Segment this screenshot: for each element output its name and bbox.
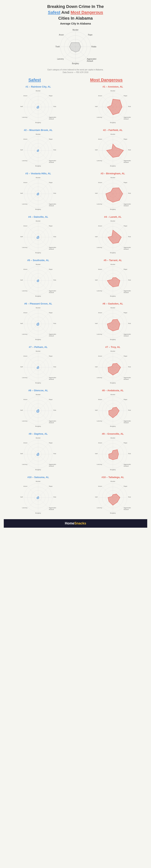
svg-text:Murder: Murder <box>36 177 41 179</box>
radar-safest-8: MurderRapeRobberyAggravatedAssaultBurgla… <box>4 393 73 429</box>
svg-text:Robbery: Robbery <box>128 106 131 107</box>
svg-text:Assault: Assault <box>49 422 54 424</box>
data-note-1: Each category of crime indexed to the wo… <box>48 69 103 71</box>
svg-line-207 <box>28 281 38 290</box>
svg-text:Burglary: Burglary <box>110 382 116 384</box>
svg-text:Aggravated: Aggravated <box>124 464 131 465</box>
svg-text:Aggravated: Aggravated <box>49 420 56 422</box>
radar-dangerous-1: MurderRapeRobberyAggravatedAssaultBurgla… <box>78 89 147 125</box>
svg-marker-452 <box>108 494 120 505</box>
svg-text:Aggravated: Aggravated <box>49 290 56 292</box>
radar-dangerous-5: MurderRapeRobberyAggravatedAssaultBurgla… <box>78 262 147 299</box>
svg-line-75 <box>28 150 38 160</box>
pair-row-4: #4 – Daleville, AL MurderRapeRobberyAggr… <box>4 215 147 255</box>
svg-text:Car Theft: Car Theft <box>20 496 23 498</box>
svg-text:Larceny: Larceny <box>97 290 102 292</box>
svg-line-341 <box>28 401 38 411</box>
svg-text:Murder: Murder <box>36 90 41 92</box>
svg-text:Assault: Assault <box>49 248 54 250</box>
svg-text:Arson: Arson <box>98 95 102 97</box>
svg-marker-144 <box>106 188 123 203</box>
svg-text:Car Theft: Car Theft <box>95 322 98 324</box>
svg-text:Arson: Arson <box>23 442 27 444</box>
svg-text:Rape: Rape <box>124 355 127 357</box>
pair-row-6: #6 – Pleasant Grove, AL MurderRapeRobber… <box>4 302 147 342</box>
svg-line-427 <box>28 497 38 507</box>
svg-text:Larceny: Larceny <box>97 247 102 248</box>
city-title-dangerous-4: #4 – Lanett, AL <box>78 215 147 218</box>
svg-text:Burglary: Burglary <box>110 426 116 427</box>
svg-text:Rape: Rape <box>49 442 53 444</box>
svg-text:Assault: Assault <box>124 292 129 293</box>
svg-text:Burglary: Burglary <box>110 165 116 167</box>
svg-text:Assault: Assault <box>124 508 129 510</box>
svg-marker-430 <box>37 496 39 499</box>
svg-text:Burglary: Burglary <box>72 62 79 64</box>
svg-text:Robbery: Robbery <box>53 366 56 368</box>
svg-text:Murder: Murder <box>36 133 41 135</box>
city-card-safest-2: #2 – Mountain Brook, AL MurderRapeRobber… <box>4 129 73 168</box>
svg-text:Arson: Arson <box>59 34 64 36</box>
svg-text:Car Theft: Car Theft <box>95 496 98 498</box>
svg-line-379 <box>38 444 48 454</box>
city-title-dangerous-3: #3 – Birmingham, AL <box>78 172 147 175</box>
svg-text:Rape: Rape <box>49 95 53 97</box>
svg-marker-364 <box>109 407 119 418</box>
svg-text:Arson: Arson <box>98 399 102 400</box>
svg-text:Rape: Rape <box>88 34 92 36</box>
svg-text:Robbery: Robbery <box>128 192 131 194</box>
svg-text:Arson: Arson <box>23 269 27 270</box>
svg-text:Murder: Murder <box>36 437 41 439</box>
pair-row-3: #3 – Vestavia Hills, AL MurderRapeRobber… <box>4 172 147 212</box>
svg-text:Larceny: Larceny <box>97 160 102 161</box>
svg-text:Larceny: Larceny <box>57 58 64 60</box>
svg-text:Larceny: Larceny <box>97 464 102 465</box>
svg-text:Rape: Rape <box>124 225 127 227</box>
city-card-safest-7: #7 – Pelham, AL MurderRapeRobberyAggrava… <box>4 346 73 385</box>
svg-text:Burglary: Burglary <box>35 469 41 470</box>
svg-line-117 <box>38 194 48 204</box>
svg-marker-408 <box>109 450 119 460</box>
svg-text:Aggravated: Aggravated <box>49 507 56 508</box>
svg-text:Murder: Murder <box>111 480 115 482</box>
svg-marker-166 <box>37 236 39 239</box>
svg-text:Assault: Assault <box>124 205 129 207</box>
svg-text:Assault: Assault <box>49 292 54 293</box>
city-card-safest-5: #5 – Southside, AL MurderRapeRobberyAggr… <box>4 259 73 299</box>
svg-text:Larceny: Larceny <box>22 333 27 335</box>
svg-text:Rape: Rape <box>49 269 53 270</box>
svg-text:Burglary: Burglary <box>35 339 41 340</box>
svg-text:Rape: Rape <box>49 138 53 140</box>
svg-text:Burglary: Burglary <box>110 122 116 123</box>
svg-text:Car Theft: Car Theft <box>95 279 98 281</box>
svg-line-253 <box>28 314 38 324</box>
svg-marker-342 <box>37 409 39 412</box>
svg-text:Robbery: Robbery <box>128 236 131 238</box>
svg-text:Robbery: Robbery <box>53 236 56 238</box>
svg-text:Rape: Rape <box>124 95 127 97</box>
svg-text:Car Theft: Car Theft <box>20 409 23 411</box>
svg-text:Rape: Rape <box>49 399 53 400</box>
city-card-dangerous-1: #1 – Anniston, AL MurderRapeRobberyAggra… <box>78 85 147 125</box>
pairs-container: #1 – Rainbow City, AL MurderRapeRobberyA… <box>4 85 147 516</box>
svg-text:Rape: Rape <box>124 312 127 314</box>
city-card-dangerous-7: #7 – Troy, AL MurderRapeRobberyAggravate… <box>78 346 147 385</box>
svg-marker-298 <box>37 366 39 369</box>
svg-text:Burglary: Burglary <box>35 209 41 210</box>
svg-text:Arson: Arson <box>98 225 102 227</box>
svg-text:Murder: Murder <box>111 133 115 135</box>
svg-text:Car Theft: Car Theft <box>55 45 60 48</box>
city-card-dangerous-10: #10 – Talladega, AL MurderRapeRobberyAgg… <box>78 476 147 516</box>
svg-line-319 <box>103 357 113 367</box>
svg-line-163 <box>28 237 38 247</box>
svg-text:Car Theft: Car Theft <box>95 192 98 194</box>
radar-dangerous-9: MurderRapeRobberyAggravatedAssaultBurgla… <box>78 436 147 472</box>
svg-text:Murder: Murder <box>36 307 41 309</box>
radar-safest-7: MurderRapeRobberyAggravatedAssaultBurgla… <box>4 349 73 385</box>
pair-row-10: #10 – Satsuma, AL MurderRapeRobberyAggra… <box>4 476 147 516</box>
svg-text:Aggravated: Aggravated <box>124 507 131 508</box>
city-title-dangerous-9: #9 – Greenville, AL <box>78 432 147 435</box>
avg-chart-container: Murder Rape Robbery Aggravated Assault B… <box>4 26 147 67</box>
svg-text:Arson: Arson <box>23 399 27 400</box>
svg-line-335 <box>38 401 48 411</box>
